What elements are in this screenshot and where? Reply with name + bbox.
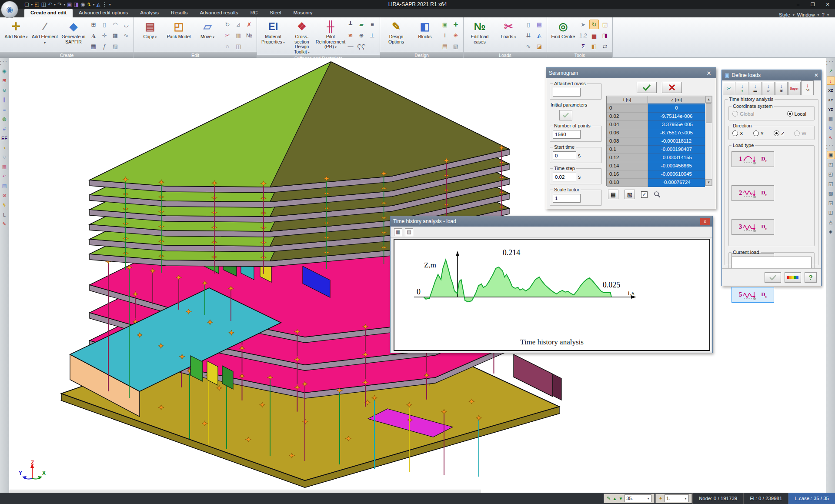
save-icon[interactable]: ◫ xyxy=(41,1,46,7)
pack-icon[interactable]: ▣ xyxy=(67,1,72,7)
table-row[interactable]: 0.16-0.000610045 xyxy=(607,170,705,179)
load-type-2-button[interactable]: 2Dt xyxy=(731,185,774,201)
loadcase-up-icon[interactable]: ▲ xyxy=(612,496,617,501)
solid-load-tab[interactable]: ↓▣ xyxy=(775,82,788,95)
joint-icon[interactable]: ⊕ xyxy=(357,30,366,40)
model-viewport[interactable]: Z Y X Seismogram ✕ Attached mass Initial… xyxy=(9,58,824,493)
cube-iso-icon[interactable]: ▣ xyxy=(827,151,835,159)
erase-icon[interactable]: ⊘ xyxy=(0,191,9,200)
initial-parameters-apply-button[interactable] xyxy=(559,110,572,120)
dropdown-caret-icon[interactable]: ▾ xyxy=(63,3,65,7)
pile-icon[interactable]: ⊥ xyxy=(367,30,377,40)
dropdown-caret-icon[interactable]: ▾ xyxy=(793,13,795,17)
time-history-close-icon[interactable]: x xyxy=(700,218,710,225)
scale-factor-input[interactable] xyxy=(553,194,581,203)
cancel-button[interactable] xyxy=(662,82,682,93)
view-yz-button[interactable]: YZ xyxy=(827,105,835,113)
fragment-icon[interactable]: ◨ xyxy=(600,30,610,40)
magnify-icon[interactable]: ◌ xyxy=(223,41,232,51)
tab-results[interactable]: Results xyxy=(165,9,194,17)
copy-button[interactable]: ▤Copy ▾ xyxy=(137,19,164,40)
cursor-icon[interactable]: ➤ xyxy=(578,20,588,29)
table-row[interactable]: 0.06-6.75517e-005 xyxy=(607,129,705,137)
seismogram-table[interactable]: t [s]z [m]000.02-9.75114e-0060.04-3.3795… xyxy=(606,96,712,186)
model-icon[interactable]: ▤ xyxy=(0,182,9,190)
menu-item-style[interactable]: Style xyxy=(779,12,790,17)
horizontal-scrollbar[interactable] xyxy=(9,490,481,493)
building-icon[interactable]: ▦ xyxy=(89,41,98,51)
supports-icon[interactable]: ┻ xyxy=(346,20,355,29)
camera-icon[interactable]: ◉ xyxy=(80,1,85,7)
axis-icon[interactable]: ✛ xyxy=(100,30,109,40)
blocks-button[interactable]: ◧Blocks xyxy=(411,19,438,40)
stage-icon[interactable]: ▧ xyxy=(451,41,461,51)
tab-masonry[interactable]: Masonry xyxy=(287,9,319,17)
define-loads-titlebar[interactable]: ▣ Define loads ✕ xyxy=(722,70,821,80)
seismogram-titlebar[interactable]: Seismogram ✕ xyxy=(546,68,716,78)
pipe-icon[interactable]: ∥ xyxy=(0,96,9,104)
material-button[interactable]: EIMaterial Properties ▾ xyxy=(260,19,287,45)
storey-icon[interactable]: ≡ xyxy=(367,20,377,29)
rotate-node-icon[interactable]: ◍ xyxy=(0,115,9,123)
bar-load-tab[interactable]: ↓▬ xyxy=(749,82,762,95)
loads-button[interactable]: ✂Loads ▾ xyxy=(495,19,522,40)
frame-icon[interactable]: ⊞ xyxy=(89,20,98,29)
start-time-input[interactable] xyxy=(553,151,576,160)
number-of-points-input[interactable] xyxy=(553,130,581,139)
more-icon[interactable]: ⋮ xyxy=(102,1,107,7)
time-step-input[interactable] xyxy=(553,173,576,181)
length-icon[interactable]: L xyxy=(0,210,9,219)
disc-icon[interactable]: ≡ xyxy=(0,105,9,113)
zigzag-icon[interactable]: ∿ xyxy=(121,30,131,40)
table-scrollbar[interactable]: ▲ ▼ xyxy=(705,96,712,186)
rotate-view-icon[interactable]: ↻ xyxy=(589,20,599,29)
direction-z-radio[interactable]: Z xyxy=(774,130,788,137)
menu-item--[interactable]: ? xyxy=(822,12,825,17)
table-row[interactable]: 0.18-0.00076724 xyxy=(607,179,705,187)
flag-icon[interactable]: ✎ xyxy=(0,220,9,228)
numbering-icon[interactable]: 1.2 xyxy=(578,30,588,40)
dropdown-caret-icon[interactable]: ▾ xyxy=(818,13,819,17)
concrete-icon[interactable]: ▣ xyxy=(440,20,450,29)
histogram-icon[interactable]: ▅ xyxy=(589,30,599,40)
rod-icon[interactable]: — xyxy=(346,41,355,51)
move-button[interactable]: ▱Move ▾ xyxy=(194,19,221,40)
view-xy-button[interactable]: XY xyxy=(827,96,835,104)
tab-analysis[interactable]: Analysis xyxy=(134,9,165,17)
chart-3d-icon[interactable]: ◭ xyxy=(96,1,100,7)
help-button[interactable]: ? xyxy=(805,272,817,283)
dropdown-caret-icon[interactable]: ▾ xyxy=(93,3,94,7)
cube-top-icon[interactable]: ◳ xyxy=(827,160,835,169)
close-button[interactable]: ✕ xyxy=(820,2,835,7)
red-axes-icon[interactable]: ↖ xyxy=(827,134,835,142)
mesh-icon[interactable]: ▩ xyxy=(110,30,120,40)
dropdown-caret-icon[interactable]: ▾ xyxy=(109,3,111,7)
table-row[interactable]: 0.12-0.000314155 xyxy=(607,154,705,162)
load-type-1-button[interactable]: 1Dt xyxy=(731,151,774,167)
edit-loadcase-icon[interactable]: ✎ xyxy=(607,495,611,501)
tab-steel[interactable]: Steel xyxy=(264,9,287,17)
confirm-button[interactable] xyxy=(637,82,657,93)
flashlight-icon[interactable]: ↯ xyxy=(0,201,9,209)
renumber-icon[interactable]: № xyxy=(244,30,254,40)
scroll-up-icon[interactable]: ▲ xyxy=(705,96,712,103)
plate-load-tab[interactable]: ↓▱ xyxy=(762,82,775,95)
dome-icon[interactable]: ◠ xyxy=(110,20,120,29)
coordinate-local-radio[interactable]: Local xyxy=(787,111,811,117)
time-history-titlebar[interactable]: Time history analysis - load x xyxy=(391,216,712,227)
time-load-tab[interactable]: ↓∿t xyxy=(801,80,814,95)
column-header-z[interactable]: z [m] xyxy=(648,96,705,104)
copy-table-icon[interactable]: ▤ xyxy=(608,190,618,199)
table-row[interactable]: 0.14-0.000456665 xyxy=(607,162,705,170)
down-axis-icon[interactable]: ↓ xyxy=(827,77,835,85)
node-load-tab[interactable]: ↓● xyxy=(736,82,748,95)
table-row[interactable]: 0.04-3.37955e-005 xyxy=(607,121,705,129)
ef-icon[interactable]: EF xyxy=(0,134,9,142)
add-node-button[interactable]: ✛Add Node ▾ xyxy=(3,19,30,40)
swap-icon[interactable]: ⇄ xyxy=(600,41,610,51)
view-xz-button[interactable]: XZ xyxy=(827,86,835,94)
link-icon[interactable]: ⊖ xyxy=(0,86,9,94)
super-load-tab[interactable]: Super xyxy=(788,82,801,95)
table-row[interactable]: 0.1-0.000198407 xyxy=(607,146,705,154)
table-c-icon[interactable]: ◱ xyxy=(600,20,610,29)
